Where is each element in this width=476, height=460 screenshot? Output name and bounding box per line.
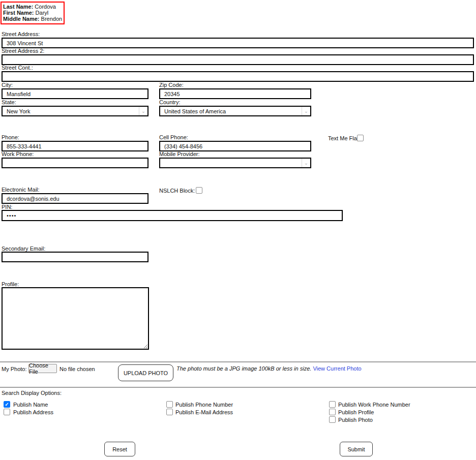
zip-code-label: Zip Code: [159,82,184,88]
publish-profile-checkbox[interactable] [329,409,336,415]
no-file-chosen-text: No file chosen [60,366,95,372]
street-cont-input[interactable] [2,71,474,82]
middle-name-line: Middle Name: Brendon [3,16,62,22]
street-address2-label: Street Address 2: [2,48,44,54]
publish-profile-label: Publish Profile [338,409,374,415]
first-name-value: Daryl [36,10,49,16]
last-name-line: Last Name: Cordova [3,4,62,10]
photo-note: The photo must be a JPG image 100kB or l… [176,365,362,372]
work-phone-input[interactable] [2,158,148,168]
my-photo-label: My Photo: [2,366,27,372]
first-name-label: First Name: [3,10,34,16]
state-label: State: [2,99,16,105]
nslch-block-label: NSLCH Block: [159,188,195,194]
profile-textarea[interactable] [2,287,149,350]
text-me-flag-checkbox[interactable] [357,135,364,141]
publish-address-label: Publish Address [13,409,53,415]
pin-label: PIN: [2,204,12,210]
country-select[interactable]: United States of America ⌄ [159,106,311,116]
publish-name-checkbox[interactable] [4,401,10,408]
street-address-label: Street Address: [2,31,40,37]
name-summary-box: Last Name: Cordova First Name: Daryl Mid… [1,2,65,24]
submit-button[interactable]: Submit [340,442,373,456]
divider [0,361,476,362]
upload-photo-button[interactable]: UPLOAD PHOTO [118,364,173,381]
search-display-options-title: Search Display Options: [2,390,62,396]
publish-email-address-checkbox[interactable] [166,409,173,415]
nslch-block-checkbox[interactable] [196,187,202,194]
last-name-value: Cordova [35,4,56,10]
middle-name-label: Middle Name: [3,16,40,22]
view-current-photo-link[interactable]: View Current Photo [313,365,361,372]
phone-label: Phone: [2,134,19,140]
street-cont-label: Street Cont.: [2,65,33,71]
mobile-provider-label: Mobile Provider: [159,151,199,157]
publish-address-checkbox[interactable] [4,409,10,415]
city-input[interactable] [2,88,148,99]
chevron-down-icon: ⌄ [302,107,310,115]
state-select-value: New York [7,108,30,114]
reset-button[interactable]: Reset [104,442,135,456]
country-select-value: United States of America [164,108,226,114]
secondary-email-label: Secondary Email: [2,246,45,252]
cell-phone-label: Cell Phone: [159,134,188,140]
publish-phone-number-label: Publish Phone Number [175,402,233,408]
last-name-label: Last Name: [3,4,33,10]
secondary-email-input[interactable] [2,252,148,262]
electronic-mail-label: Electronic Mail: [2,187,40,193]
phone-input[interactable] [2,141,148,151]
state-select[interactable]: New York ⌄ [2,106,148,116]
work-phone-label: Work Phone: [2,151,34,157]
electronic-mail-input[interactable] [2,193,148,204]
publish-work-phone-number-checkbox[interactable] [329,401,336,408]
cell-phone-input[interactable] [159,141,311,151]
publish-email-address-label: Publish E-Mail Address [175,409,233,415]
publish-phone-number-checkbox[interactable] [166,401,173,408]
publish-name-label: Publish Name [13,402,48,408]
profile-label: Profile: [2,281,19,287]
street-address-input[interactable] [2,38,474,48]
chevron-down-icon: ⌄ [139,107,147,115]
mobile-provider-select[interactable]: ⌄ [159,158,311,168]
pin-input[interactable] [2,210,343,221]
first-name-line: First Name: Daryl [3,10,62,16]
divider [0,387,476,388]
publish-photo-label: Publish Photo [338,417,373,423]
city-label: City: [2,82,13,88]
chevron-down-icon: ⌄ [302,159,310,167]
publish-photo-checkbox[interactable] [329,416,336,423]
publish-work-phone-number-label: Publish Work Phone Number [338,402,410,408]
street-address2-input[interactable] [2,54,474,65]
country-label: Country: [159,99,181,105]
photo-requirement-text: The photo must be a JPG image 100kB or l… [176,365,311,372]
profile-edit-form: Last Name: Cordova First Name: Daryl Mid… [0,0,476,460]
zip-code-input[interactable] [159,88,311,99]
choose-file-button[interactable]: Choose File [28,364,57,373]
middle-name-value: Brendon [41,16,63,22]
